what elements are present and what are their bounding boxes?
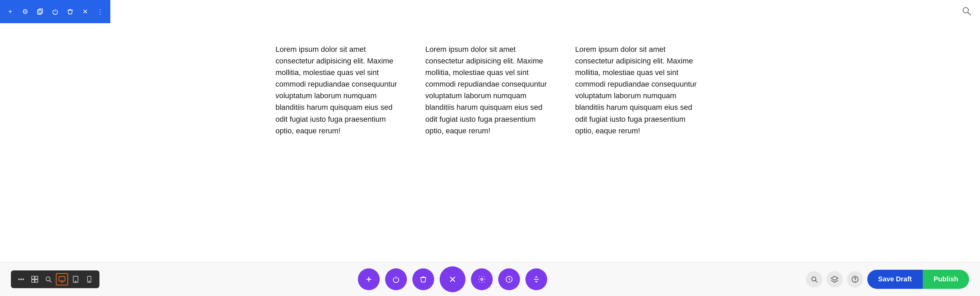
svg-point-24 [481, 278, 483, 280]
add-button[interactable] [358, 268, 380, 290]
more-icon[interactable]: ⋮ [95, 7, 105, 16]
svg-marker-31 [831, 276, 838, 280]
layers-button[interactable] [826, 271, 843, 288]
svg-point-2 [963, 8, 969, 13]
svg-rect-1 [39, 9, 43, 13]
bottom-bar: Save Draft Publish [0, 262, 980, 296]
grid-view-icon[interactable] [29, 273, 41, 285]
svg-line-30 [815, 280, 817, 282]
desktop-icon[interactable] [56, 273, 68, 285]
settings-center-button[interactable] [471, 268, 493, 290]
svg-point-33 [855, 281, 855, 282]
settings-icon[interactable]: ⚙ [21, 7, 30, 16]
text-column-3: Lorem ipsum dolor sit amet consectetur a… [575, 44, 705, 137]
svg-point-6 [23, 278, 24, 280]
text-column-1: Lorem ipsum dolor sit amet consectetur a… [275, 44, 405, 137]
duplicate-icon[interactable] [35, 7, 45, 16]
power-icon[interactable] [50, 7, 60, 16]
svg-point-17 [75, 281, 76, 282]
save-draft-button[interactable]: Save Draft [867, 270, 923, 289]
main-content: Lorem ipsum dolor sit amet consectetur a… [0, 23, 980, 262]
close-icon[interactable]: ✕ [80, 7, 90, 16]
close-center-button[interactable] [440, 266, 466, 292]
publish-button[interactable]: Publish [923, 270, 969, 289]
text-column-2: Lorem ipsum dolor sit amet consectetur a… [425, 44, 555, 137]
history-button[interactable] [498, 268, 520, 290]
text-paragraph-1: Lorem ipsum dolor sit amet consectetur a… [275, 44, 405, 137]
text-paragraph-2: Lorem ipsum dolor sit amet consectetur a… [425, 44, 555, 137]
search-icon[interactable] [42, 273, 54, 285]
trash-icon[interactable] [65, 7, 75, 16]
svg-rect-0 [37, 10, 41, 14]
svg-line-12 [50, 280, 52, 282]
reorder-button[interactable] [525, 268, 547, 290]
svg-point-29 [812, 277, 816, 281]
center-actions [358, 266, 547, 292]
svg-rect-7 [32, 276, 34, 279]
add-icon[interactable]: + [5, 7, 15, 16]
publish-split-button: Save Draft Publish [867, 270, 969, 289]
mobile-icon[interactable] [83, 273, 95, 285]
text-paragraph-3: Lorem ipsum dolor sit amet consectetur a… [575, 44, 705, 137]
svg-point-11 [46, 277, 50, 281]
svg-rect-9 [32, 280, 34, 282]
search-top-right-icon[interactable] [961, 5, 972, 19]
device-toolbar [11, 270, 99, 288]
svg-rect-8 [35, 276, 38, 279]
top-toolbar: + ⚙ ✕ ⋮ [0, 0, 110, 23]
search-right-button[interactable] [806, 271, 822, 288]
help-button[interactable] [847, 271, 863, 288]
more-options-icon[interactable] [15, 273, 27, 285]
power-button[interactable] [385, 268, 407, 290]
tablet-icon[interactable] [70, 273, 82, 285]
delete-button[interactable] [412, 268, 434, 290]
svg-rect-10 [35, 280, 38, 282]
svg-point-19 [89, 281, 89, 282]
svg-point-5 [21, 278, 22, 280]
right-actions: Save Draft Publish [806, 270, 969, 289]
svg-point-4 [19, 278, 20, 280]
svg-line-3 [968, 12, 971, 15]
svg-rect-13 [59, 277, 65, 281]
